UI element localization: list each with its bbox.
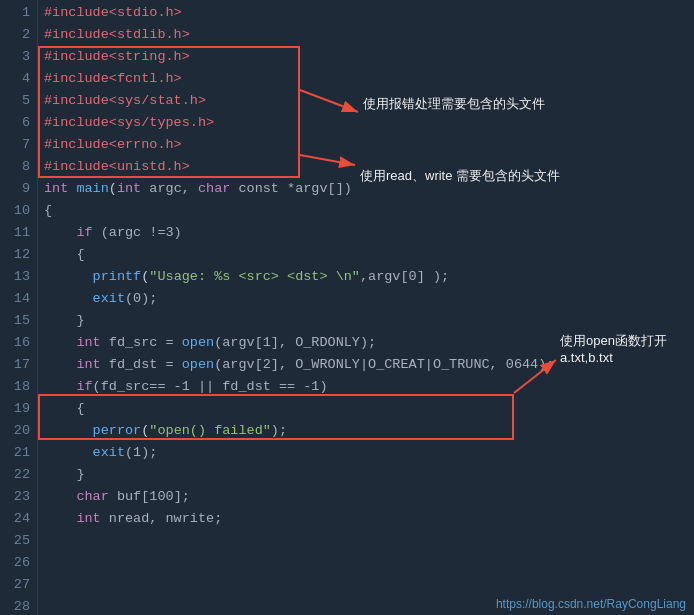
code-line: } bbox=[44, 310, 694, 332]
code-line: #include<stdio.h> bbox=[44, 2, 694, 24]
token-punct: ( bbox=[109, 181, 117, 196]
code-line: int fd_dst = open(argv[2], O_WRONLY|O_CR… bbox=[44, 354, 694, 376]
line-number: 10 bbox=[0, 200, 30, 222]
code-line: #include<stdlib.h> bbox=[44, 24, 694, 46]
token-plain: buf[100]; bbox=[117, 489, 190, 504]
line-number: 22 bbox=[0, 464, 30, 486]
token-fn-name: perror bbox=[93, 423, 142, 438]
token-plain bbox=[44, 269, 93, 284]
token-plain: (fd_src== -1 || fd_dst == -1) bbox=[93, 379, 328, 394]
token-plain: fd_src = bbox=[109, 335, 182, 350]
code-line: #include<string.h> bbox=[44, 46, 694, 68]
token-macro: #include<sys/stat.h> bbox=[44, 93, 206, 108]
token-kw-int: int bbox=[76, 357, 108, 372]
line-number: 6 bbox=[0, 112, 30, 134]
line-number: 13 bbox=[0, 266, 30, 288]
token-str: "Usage: %s <src> <dst> \n" bbox=[149, 269, 360, 284]
token-kw-int: int bbox=[44, 181, 76, 196]
code-line: { bbox=[44, 244, 694, 266]
token-plain bbox=[44, 291, 93, 306]
token-plain bbox=[44, 489, 76, 504]
token-fn-name: exit bbox=[93, 291, 125, 306]
line-number: 14 bbox=[0, 288, 30, 310]
code-line: char buf[100]; bbox=[44, 486, 694, 508]
token-plain: (0); bbox=[125, 291, 157, 306]
line-number: 19 bbox=[0, 398, 30, 420]
token-plain bbox=[44, 225, 76, 240]
token-plain: } bbox=[44, 313, 85, 328]
line-number: 12 bbox=[0, 244, 30, 266]
token-fn-name: open bbox=[182, 335, 214, 350]
token-plain: { bbox=[44, 401, 85, 416]
code-area: 1234567891011121314151617181920212223242… bbox=[0, 0, 694, 615]
line-number: 20 bbox=[0, 420, 30, 442]
token-plain: fd_dst = bbox=[109, 357, 182, 372]
token-plain bbox=[44, 379, 76, 394]
token-plain bbox=[44, 335, 76, 350]
code-line: #include<unistd.h> bbox=[44, 156, 694, 178]
code-content: #include<stdio.h>#include<stdlib.h>#incl… bbox=[38, 0, 694, 615]
token-plain: { bbox=[44, 203, 52, 218]
token-kw-int: int bbox=[117, 181, 149, 196]
token-plain: const *argv[]) bbox=[238, 181, 351, 196]
token-macro: #include<unistd.h> bbox=[44, 159, 190, 174]
token-plain: } bbox=[44, 467, 85, 482]
line-number: 7 bbox=[0, 134, 30, 156]
token-plain bbox=[44, 357, 76, 372]
code-line: exit(1); bbox=[44, 442, 694, 464]
token-str: "open() failed" bbox=[149, 423, 271, 438]
token-plain: argc, bbox=[149, 181, 198, 196]
code-line: #include<errno.h> bbox=[44, 134, 694, 156]
line-number: 18 bbox=[0, 376, 30, 398]
line-number: 27 bbox=[0, 574, 30, 596]
token-macro: #include<errno.h> bbox=[44, 137, 182, 152]
line-number: 21 bbox=[0, 442, 30, 464]
code-line: { bbox=[44, 398, 694, 420]
code-line: #include<fcntl.h> bbox=[44, 68, 694, 90]
line-number: 15 bbox=[0, 310, 30, 332]
token-plain: ); bbox=[271, 423, 287, 438]
line-number: 5 bbox=[0, 90, 30, 112]
code-line: exit(0); bbox=[44, 288, 694, 310]
token-plain bbox=[44, 423, 93, 438]
token-kw-char: char bbox=[76, 489, 117, 504]
token-plain bbox=[44, 511, 76, 526]
line-number: 25 bbox=[0, 530, 30, 552]
token-fn-name: printf bbox=[93, 269, 142, 284]
token-plain bbox=[44, 445, 93, 460]
token-kw-if: if bbox=[76, 225, 92, 240]
code-line: if(fd_src== -1 || fd_dst == -1) bbox=[44, 376, 694, 398]
code-line: int main(int argc, char const *argv[]) bbox=[44, 178, 694, 200]
token-macro: #include<stdlib.h> bbox=[44, 27, 190, 42]
code-line: { bbox=[44, 200, 694, 222]
code-line: int nread, nwrite; bbox=[44, 508, 694, 530]
code-line: #include<sys/stat.h> bbox=[44, 90, 694, 112]
line-number: 2 bbox=[0, 24, 30, 46]
line-number: 4 bbox=[0, 68, 30, 90]
line-number: 11 bbox=[0, 222, 30, 244]
line-number: 8 bbox=[0, 156, 30, 178]
code-line: int fd_src = open(argv[1], O_RDONLY); bbox=[44, 332, 694, 354]
token-fn-name: main bbox=[76, 181, 108, 196]
code-line: #include<sys/types.h> bbox=[44, 112, 694, 134]
line-number: 28 bbox=[0, 596, 30, 615]
line-number: 17 bbox=[0, 354, 30, 376]
line-number: 16 bbox=[0, 332, 30, 354]
token-macro: #include<fcntl.h> bbox=[44, 71, 182, 86]
token-plain: (1); bbox=[125, 445, 157, 460]
line-number: 9 bbox=[0, 178, 30, 200]
token-plain: nread, nwrite; bbox=[109, 511, 222, 526]
token-plain: (argv[2], O_WRONLY|O_CREAT|O_TRUNC, 0644… bbox=[214, 357, 554, 372]
token-macro: #include<sys/types.h> bbox=[44, 115, 214, 130]
line-number: 26 bbox=[0, 552, 30, 574]
token-plain: { bbox=[44, 247, 85, 262]
line-number: 1 bbox=[0, 2, 30, 24]
line-separator bbox=[37, 0, 38, 615]
token-kw-int: int bbox=[76, 335, 108, 350]
code-line: perror("open() failed"); bbox=[44, 420, 694, 442]
token-plain: (argc !=3) bbox=[93, 225, 182, 240]
footer-link[interactable]: https://blog.csdn.net/RayCongLiang bbox=[496, 597, 686, 611]
token-fn-name: exit bbox=[93, 445, 125, 460]
token-fn-name: open bbox=[182, 357, 214, 372]
token-macro: #include<string.h> bbox=[44, 49, 190, 64]
